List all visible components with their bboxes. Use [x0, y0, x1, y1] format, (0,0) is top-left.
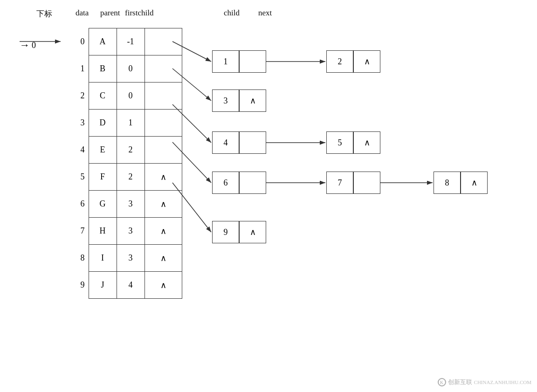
table-firstchild-cell: ∧ — [145, 272, 182, 299]
root-arrow: → 0 — [20, 39, 36, 51]
node-cell-val: 1 — [212, 50, 239, 73]
node-cell-next: ∧ — [239, 221, 266, 243]
table-parent-cell: 2 — [117, 164, 145, 191]
node-cell-val: 7 — [326, 172, 353, 194]
table-data-cell: F — [89, 164, 117, 191]
node-cell-next: ∧ — [239, 89, 266, 112]
watermark: K 创新互联 CHINAZ.ANHUIHU.COM — [438, 378, 531, 386]
header-firstchild: firstchild — [125, 8, 153, 18]
header-child: child — [224, 8, 240, 18]
table-firstchild-cell: ∧ — [145, 164, 182, 191]
table-index-cell: 6 — [61, 191, 89, 218]
table-data-cell: G — [89, 191, 117, 218]
node-cell-val: 6 — [212, 172, 239, 194]
table-parent-cell: 3 — [117, 218, 145, 245]
table-parent-cell: 0 — [117, 83, 145, 110]
node-row3-next2: 8 ∧ — [434, 172, 488, 194]
table-index-cell: 0 — [61, 28, 89, 55]
node-cell-val: 5 — [326, 131, 353, 154]
table-firstchild-cell — [145, 110, 182, 137]
table-parent-cell: -1 — [117, 28, 145, 55]
node-row0-child: 1 — [212, 50, 266, 73]
node-cell-next: ∧ — [353, 131, 380, 154]
watermark-text: 创新互联 — [448, 378, 472, 386]
node-row3-next1: 7 — [326, 172, 380, 194]
watermark-icon: K — [438, 378, 446, 386]
table-index-cell: 7 — [61, 218, 89, 245]
node-cell-val: 2 — [326, 50, 353, 73]
table-data-cell: I — [89, 245, 117, 272]
node-row2-next: 5 ∧ — [326, 131, 380, 154]
table-parent-cell: 1 — [117, 110, 145, 137]
header-parent: parent — [100, 8, 120, 18]
node-cell-next: ∧ — [353, 50, 380, 73]
node-cell-next — [353, 172, 380, 194]
table-firstchild-cell: ∧ — [145, 218, 182, 245]
table-data-cell: A — [89, 28, 117, 55]
node-cell-next — [239, 172, 266, 194]
main-table: 0A-11B02C03D14E25F2∧6G3∧7H3∧8I3∧9J4∧ — [61, 28, 182, 299]
node-row4-child: 9 ∧ — [212, 221, 266, 243]
node-row3-child: 6 — [212, 172, 266, 194]
node-cell-next — [239, 50, 266, 73]
node-cell-next — [239, 131, 266, 154]
header-subscript: 下标 — [36, 8, 52, 19]
table-parent-cell: 3 — [117, 191, 145, 218]
node-cell-val: 4 — [212, 131, 239, 154]
node-cell-val: 9 — [212, 221, 239, 243]
node-row1-child: 3 ∧ — [212, 89, 266, 112]
table-index-cell: 1 — [61, 55, 89, 83]
node-cell-val: 8 — [434, 172, 461, 194]
table-index-cell: 2 — [61, 83, 89, 110]
table-firstchild-cell: ∧ — [145, 191, 182, 218]
table-parent-cell: 4 — [117, 272, 145, 299]
header-next: next — [258, 8, 272, 18]
table-index-cell: 3 — [61, 110, 89, 137]
table-index-cell: 9 — [61, 272, 89, 299]
table-index-cell: 8 — [61, 245, 89, 272]
table-firstchild-cell — [145, 28, 182, 55]
table-firstchild-cell — [145, 83, 182, 110]
node-cell-val: 3 — [212, 89, 239, 112]
table-data-cell: J — [89, 272, 117, 299]
table-data-cell: C — [89, 83, 117, 110]
table-firstchild-cell — [145, 137, 182, 164]
table-firstchild-cell: ∧ — [145, 245, 182, 272]
node-row2-child: 4 — [212, 131, 266, 154]
table-data-cell: E — [89, 137, 117, 164]
table-data-cell: H — [89, 218, 117, 245]
node-cell-next: ∧ — [461, 172, 488, 194]
table-firstchild-cell — [145, 55, 182, 83]
table-parent-cell: 0 — [117, 55, 145, 83]
table-index-cell: 4 — [61, 137, 89, 164]
node-row0-next: 2 ∧ — [326, 50, 380, 73]
table-index-cell: 5 — [61, 164, 89, 191]
table-parent-cell: 3 — [117, 245, 145, 272]
table-data-cell: B — [89, 55, 117, 83]
table-data-cell: D — [89, 110, 117, 137]
header-data: data — [76, 8, 89, 18]
table-parent-cell: 2 — [117, 137, 145, 164]
